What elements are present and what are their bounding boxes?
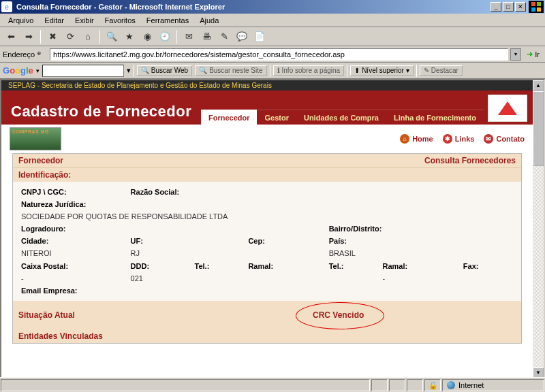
menu-ferramentas[interactable]: Ferramentas — [141, 15, 194, 26]
label-razao: Razão Social: — [131, 188, 180, 196]
close-button[interactable]: ✕ — [515, 2, 526, 12]
label-bairro: Bairro/Distrito: — [329, 225, 382, 233]
menu-arquivo[interactable]: Arquivo — [3, 15, 39, 26]
label-ddd: DDD: — [131, 262, 150, 270]
scroll-up-button[interactable]: ▲ — [533, 80, 544, 91]
svg-rect-0 — [531, 2, 535, 6]
google-destacar[interactable]: ✎ Destacar — [420, 65, 463, 76]
value-cidade: NITEROI — [21, 249, 52, 257]
globe-icon — [447, 381, 455, 389]
forward-button[interactable]: ➡ — [20, 29, 37, 44]
scroll-track[interactable] — [533, 91, 544, 368]
seplag-strip: SEPLAG - Secretaria de Estado de Planeja… — [1, 80, 533, 91]
google-toolbar: Google ▾ ▾ 🔍 Buscar Web 🔍 Buscar neste S… — [0, 63, 545, 79]
value-situacao: CRC Vencido — [313, 310, 364, 320]
label-pais: País: — [329, 237, 347, 245]
label-uf: UF: — [131, 237, 143, 245]
ms-flag-icon — [529, 1, 544, 13]
google-info[interactable]: ℹ Info sobre a página — [273, 65, 345, 76]
menu-editar[interactable]: Editar — [39, 15, 69, 26]
mail-button[interactable]: ✉ — [181, 29, 197, 44]
status-cell-1 — [371, 379, 388, 391]
value-ddd: 021 — [131, 274, 143, 282]
menu-ajuda[interactable]: Ajuda — [194, 15, 224, 26]
vertical-scrollbar[interactable]: ▲ ▼ — [533, 80, 544, 378]
address-input[interactable] — [50, 48, 508, 61]
back-button[interactable]: ⬅ — [3, 29, 19, 44]
home-button[interactable]: ⌂ — [80, 29, 96, 44]
section-entidades: Entidades Vinculadas — [13, 329, 521, 343]
supplier-panel: Fornecedor Consulta Fornecedores Identif… — [12, 153, 522, 344]
label-tel2: Tel.: — [329, 262, 344, 270]
zone-text: Internet — [458, 381, 484, 389]
google-buscar-web[interactable]: 🔍 Buscar Web — [137, 65, 192, 76]
label-tel1: Tel.: — [195, 262, 210, 270]
media-button[interactable]: ◉ — [139, 29, 155, 44]
status-cell-2 — [389, 379, 405, 391]
mg-flag-icon — [488, 95, 527, 122]
address-label: Endereço — [3, 50, 35, 59]
page-title: Cadastro de Fornecedor — [11, 103, 191, 125]
history-button[interactable]: 🕘 — [157, 29, 173, 44]
label-ramal1: Ramal: — [248, 262, 273, 270]
google-logo: Google — [3, 65, 33, 76]
value-ramal2: - — [383, 274, 386, 282]
label-logradouro: Logradouro: — [21, 225, 65, 233]
link-links[interactable]: ✱Links — [443, 134, 475, 144]
value-pais: BRASIL — [329, 249, 356, 257]
status-cell-3 — [407, 379, 423, 391]
print-button[interactable]: 🖶 — [198, 29, 215, 44]
tab-unidades[interactable]: Unidades de Compra — [296, 110, 386, 125]
sub-header: ⌂Home ✱Links ✉Contato — [1, 125, 533, 153]
stop-button[interactable]: ✖ — [44, 29, 61, 44]
value-natureza: SOCIEDADE POR QUOTAS DE RESPONSABILIDADE… — [21, 212, 228, 220]
label-cidade: Cidade: — [21, 237, 48, 245]
refresh-button[interactable]: ⟳ — [62, 29, 78, 44]
svg-rect-2 — [531, 7, 535, 12]
tab-linha[interactable]: Linha de Fornecimento — [386, 110, 484, 125]
panel-section: Fornecedor — [18, 156, 63, 165]
status-bar: 🔒 Internet — [0, 377, 545, 392]
status-lock: 🔒 — [424, 379, 441, 391]
value-caixa: - — [21, 274, 24, 282]
menu-exibir[interactable]: Exibir — [69, 15, 99, 26]
value-uf: RJ — [131, 249, 140, 257]
label-ramal2: Ramal: — [383, 262, 408, 270]
maximize-button[interactable]: □ — [503, 2, 514, 12]
scroll-thumb[interactable] — [533, 91, 544, 166]
edit-button[interactable]: ✎ — [216, 29, 232, 44]
favorites-button[interactable]: ★ — [121, 29, 138, 44]
label-cep: Cep: — [248, 237, 264, 245]
compras-mg-thumb — [10, 127, 61, 150]
page-icon: e — [37, 50, 47, 59]
label-cnpj: CNPJ \ CGC: — [21, 188, 67, 196]
menu-favoritos[interactable]: Favoritos — [99, 15, 141, 26]
svg-rect-1 — [537, 2, 541, 6]
label-fax: Fax: — [463, 262, 479, 270]
lock-icon: 🔒 — [429, 381, 437, 389]
discuss-button[interactable]: 💬 — [234, 29, 250, 44]
address-bar: Endereço e ▾ ➜Ir — [0, 46, 545, 63]
site-header: Cadastro de Fornecedor Fornecedor Gestor… — [1, 91, 533, 125]
status-row: Situação Atual CRC Vencido — [13, 301, 521, 329]
link-contato[interactable]: ✉Contato — [484, 134, 525, 144]
google-search-dropdown[interactable]: ▾ — [127, 66, 131, 75]
tab-fornecedor[interactable]: Fornecedor — [201, 110, 258, 125]
label-email: Email Empresa: — [21, 287, 78, 295]
window-title: Consulta Fornecedor - Gestor - Microsoft… — [16, 3, 489, 11]
go-button[interactable]: ➜Ir — [524, 50, 542, 59]
tab-gestor[interactable]: Gestor — [257, 110, 296, 125]
label-situacao: Situação Atual — [18, 310, 75, 320]
menu-bar: Arquivo Editar Exibir Favoritos Ferramen… — [0, 14, 545, 27]
link-home[interactable]: ⌂Home — [400, 134, 433, 144]
ie-icon: e — [1, 1, 12, 12]
section-identificacao: Identificação: — [13, 168, 521, 182]
google-nivel[interactable]: ⬆ Nível superior ▾ — [350, 65, 414, 76]
research-button[interactable]: 📄 — [251, 29, 268, 44]
label-caixa: Caixa Postal: — [21, 262, 68, 270]
search-button[interactable]: 🔍 — [104, 29, 120, 44]
google-search-input[interactable] — [42, 65, 124, 77]
address-dropdown[interactable]: ▾ — [510, 48, 521, 61]
minimize-button[interactable]: _ — [490, 2, 501, 12]
google-buscar-site[interactable]: 🔍 Buscar neste Site — [195, 65, 266, 76]
